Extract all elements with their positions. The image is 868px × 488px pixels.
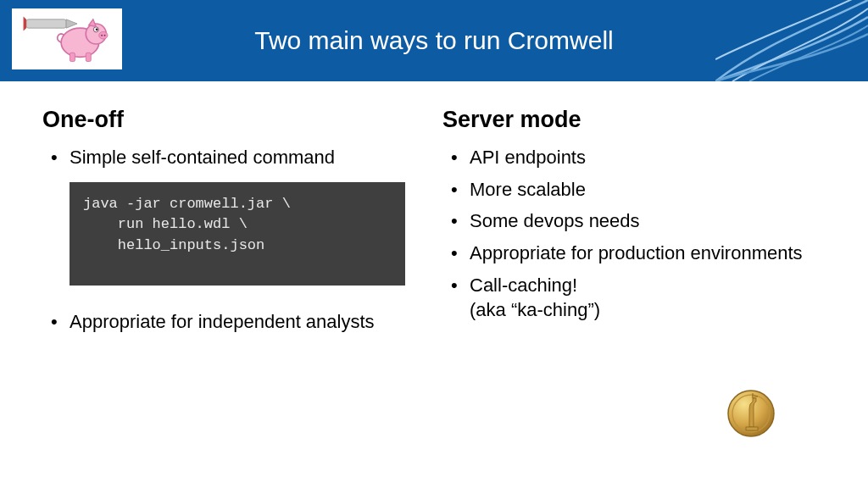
- heading-server-mode: Server mode: [442, 107, 826, 133]
- list-one-off: Simple self-contained command: [42, 145, 426, 170]
- svg-marker-2: [24, 16, 26, 30]
- svg-point-5: [99, 31, 108, 39]
- list-item: Appropriate for independent analysts: [42, 309, 426, 335]
- list-item: API endpoints: [442, 145, 826, 170]
- slide-header: Two main ways to run Cromwell: [0, 0, 868, 81]
- list-item: Appropriate for production environments: [442, 241, 826, 266]
- svg-rect-11: [86, 53, 91, 61]
- code-block: java -jar cromwell.jar \ run hello.wdl \…: [70, 182, 405, 286]
- list-item: More scalable: [442, 177, 826, 202]
- svg-point-6: [101, 35, 103, 36]
- coin-icon: [727, 390, 775, 437]
- svg-point-7: [104, 35, 106, 36]
- list-item: Some devops needs: [442, 208, 826, 234]
- logo-container: [12, 8, 122, 69]
- svg-rect-10: [70, 53, 75, 61]
- slide-body: One-off Simple self-contained command ja…: [0, 81, 868, 341]
- list-one-off-2: Appropriate for independent analysts: [42, 309, 426, 335]
- heading-one-off: One-off: [42, 107, 426, 133]
- list-item: Simple self-contained command: [42, 145, 426, 170]
- svg-rect-14: [746, 427, 758, 430]
- svg-point-9: [96, 28, 98, 30]
- list-item: Call-caching! (aka “ka-ching”): [442, 273, 826, 323]
- list-server-mode: API endpoints More scalable Some devops …: [442, 145, 826, 323]
- slide-title: Two main ways to run Cromwell: [0, 26, 868, 55]
- svg-rect-0: [26, 19, 66, 28]
- pig-rocket-icon: [20, 14, 114, 64]
- column-server-mode: Server mode API endpoints More scalable …: [442, 107, 826, 341]
- column-one-off: One-off Simple self-contained command ja…: [42, 107, 426, 341]
- svg-marker-1: [66, 19, 77, 28]
